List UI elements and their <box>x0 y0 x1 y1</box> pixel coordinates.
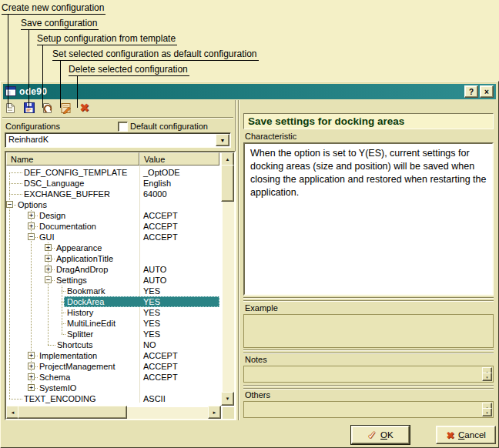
tree-row-name[interactable]: Design <box>39 210 65 221</box>
delete-x-icon: ✖ <box>79 101 89 115</box>
set-default-configuration-button[interactable] <box>60 102 72 114</box>
example-label: Example <box>245 303 278 313</box>
setup-configuration-from-template-button[interactable] <box>42 102 53 114</box>
tree-row[interactable]: DockAreaYES <box>6 296 219 307</box>
collapse-icon[interactable]: − <box>6 201 13 208</box>
panel-splitter[interactable] <box>238 100 239 420</box>
tree-row-value: ACCEPT <box>143 232 178 242</box>
tree-header-name[interactable]: Name <box>6 152 139 165</box>
tree-row-name[interactable]: Implementation <box>39 350 97 361</box>
expand-icon[interactable]: + <box>45 244 52 251</box>
expand-icon[interactable]: + <box>28 222 35 229</box>
configuration-dropdown[interactable]: ReinhardK ▼ <box>5 132 231 148</box>
tree-row[interactable]: +DragAndDropAUTO <box>6 264 219 275</box>
template-curved-arrow-icon <box>42 102 53 114</box>
expand-icon[interactable]: + <box>28 363 35 369</box>
tree-row[interactable]: −GUIACCEPT <box>6 232 219 242</box>
tree-row[interactable]: HistoryYES <box>6 307 219 318</box>
tree-row-name[interactable]: Appearance <box>56 242 102 253</box>
tree-header-value[interactable]: Value <box>139 152 219 165</box>
tree-row[interactable]: +SchemaACCEPT <box>6 372 219 383</box>
callout-setup-configuration-from-template: Setup configuration from template <box>37 33 177 45</box>
default-configuration-label: Default configuration <box>130 122 208 131</box>
tree-row[interactable]: +DocumentationACCEPT <box>6 221 219 232</box>
tree-row[interactable]: +SystemIO <box>6 383 219 393</box>
help-button[interactable]: ? <box>464 85 478 98</box>
ok-button[interactable]: ✓ OK <box>351 426 410 444</box>
tree-row[interactable]: DEF_CONFIG_TEMPLATE_OptODE <box>6 167 219 178</box>
others-spinner-down[interactable]: ▾ <box>482 408 492 416</box>
close-button[interactable]: × <box>480 85 494 98</box>
notes-spinner-down[interactable]: ▾ <box>482 373 492 381</box>
tree-row[interactable]: −Options <box>6 199 219 210</box>
section-divider <box>243 353 494 354</box>
tree-row[interactable]: TEXT_ENCODINGASCII <box>6 393 219 404</box>
collapse-icon[interactable]: − <box>28 233 35 240</box>
tree-row-value: YES <box>143 307 160 318</box>
tree-row-name[interactable]: DockArea <box>67 296 104 307</box>
tree-row-name[interactable]: DSC_Language <box>24 178 84 189</box>
tree-row-value: YES <box>143 296 160 307</box>
cancel-button[interactable]: ✖ Cancel <box>436 426 496 444</box>
tree-row[interactable]: ShortcutsNO <box>6 339 219 350</box>
tree-row-name[interactable]: EXCHANGE_BUFFER <box>24 189 110 199</box>
scroll-down-button[interactable]: ▼ <box>221 392 234 406</box>
tree-row[interactable]: +DesignACCEPT <box>6 210 219 221</box>
tree-row[interactable]: DSC_LanguageEnglish <box>6 178 219 189</box>
vertical-scrollbar-thumb[interactable] <box>221 165 234 202</box>
tree-connector <box>9 194 22 195</box>
tree-row-name[interactable]: TEXT_ENCODING <box>24 393 96 404</box>
tree-connector <box>62 334 65 335</box>
dropdown-arrow-button[interactable]: ▼ <box>216 134 229 146</box>
default-configuration-checkbox[interactable] <box>118 122 128 132</box>
scroll-down-icon: ▼ <box>226 396 230 401</box>
tree-row-name[interactable]: Options <box>18 199 47 210</box>
tree-row[interactable]: SplitterYES <box>6 329 219 339</box>
tree-row[interactable]: +ProjectManagementACCEPT <box>6 361 219 372</box>
tree-row-name[interactable]: DragAndDrop <box>56 264 108 275</box>
others-box[interactable]: ▴ ▾ <box>243 401 494 418</box>
tree-row-name[interactable]: Bookmark <box>67 286 105 296</box>
tree-row-name[interactable]: ApplicationTitle <box>56 253 113 264</box>
tree-row-name[interactable]: Documentation <box>39 221 96 232</box>
tree-row-name[interactable]: History <box>67 307 93 318</box>
tree-row-name[interactable]: SystemIO <box>39 383 76 393</box>
expand-icon[interactable]: + <box>45 255 52 262</box>
tree-row[interactable]: +ImplementationACCEPT <box>6 350 219 361</box>
tree-row[interactable]: EXCHANGE_BUFFER64000 <box>6 189 219 199</box>
tree-row-name[interactable]: MultiLineEdit <box>67 318 116 329</box>
callout-create-new-configuration: Create new configuration <box>2 2 105 15</box>
expand-icon[interactable]: + <box>28 373 35 380</box>
tree-rail <box>62 286 62 334</box>
tree-row[interactable]: MultiLineEditYES <box>6 318 219 329</box>
tree-row-value: 64000 <box>143 189 167 199</box>
horizontal-scrollbar-thumb[interactable] <box>18 406 127 419</box>
expand-icon[interactable]: + <box>28 212 35 219</box>
tree-row[interactable]: +Appearance <box>6 242 219 253</box>
tree-row-value: ACCEPT <box>143 372 178 383</box>
scroll-right-button[interactable]: ► <box>208 406 221 419</box>
tree-row-name[interactable]: GUI <box>39 232 55 242</box>
tree-row-name[interactable]: Schema <box>39 372 70 383</box>
tree-row-name[interactable]: ProjectManagement <box>39 361 115 372</box>
tree-row[interactable]: BookmarkYES <box>6 286 219 296</box>
notes-box[interactable]: ▴ ▾ <box>243 366 494 383</box>
screenshot-root: Create new configuration Save configurat… <box>0 0 499 448</box>
characteristic-box: When the option is set to Y(ES), current… <box>243 142 494 296</box>
tree-row[interactable]: −SettingsAUTO <box>6 275 219 286</box>
delete-configuration-button[interactable]: ✖ <box>79 102 90 114</box>
tree-row-name[interactable]: Shortcuts <box>57 339 92 350</box>
tree-row-value: NO <box>143 339 156 350</box>
expand-icon[interactable]: + <box>45 266 52 272</box>
collapse-icon[interactable]: − <box>45 276 52 283</box>
tree-row-name[interactable]: DEF_CONFIG_TEMPLATE <box>24 167 127 178</box>
expand-icon[interactable]: + <box>28 352 35 359</box>
expand-icon[interactable]: + <box>28 384 35 391</box>
tree-row-value: _OptODE <box>143 167 180 178</box>
option-title-header: Save settings for docking areas <box>243 113 494 129</box>
scrollbar-corner <box>223 407 234 419</box>
new-configuration-button[interactable] <box>5 102 16 114</box>
tree-row-name[interactable]: Settings <box>56 275 87 286</box>
tree-row-name[interactable]: Splitter <box>67 329 93 339</box>
tree-row[interactable]: +ApplicationTitle <box>6 253 219 264</box>
